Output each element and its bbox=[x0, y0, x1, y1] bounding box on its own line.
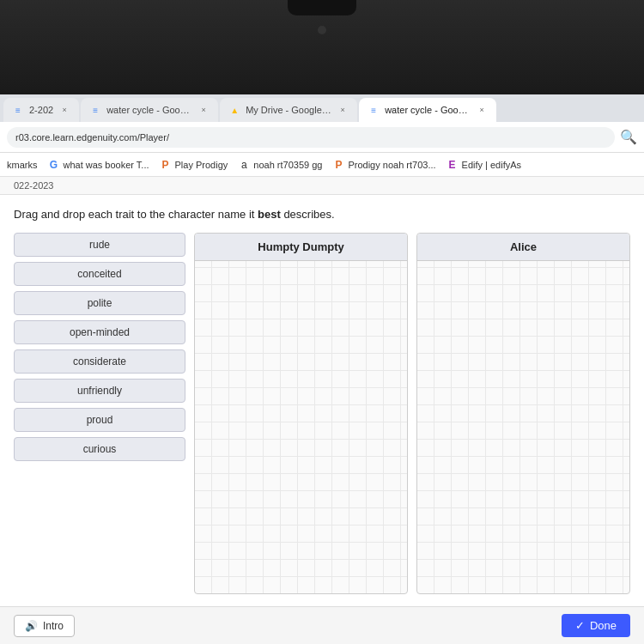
address-bar-row: 🔍 bbox=[0, 122, 644, 153]
bookmark-4[interactable]: P Prodigy noah rt703... bbox=[332, 159, 435, 171]
camera-bump bbox=[288, 0, 356, 15]
intro-button[interactable]: 🔊 Intro bbox=[14, 615, 75, 637]
trait-unfriendly[interactable]: unfriendly bbox=[14, 379, 185, 403]
bookmark-3-icon: a bbox=[238, 159, 250, 171]
bookmark-4-icon: P bbox=[332, 159, 344, 171]
search-icon[interactable]: 🔍 bbox=[620, 129, 637, 146]
instructions: Drag and drop each trait to the characte… bbox=[14, 207, 630, 222]
drop-zone-humpty[interactable]: Humpty Dumpty bbox=[194, 233, 408, 594]
camera-dot bbox=[318, 26, 326, 34]
tab-4-label: water cycle - Google Docs bbox=[385, 105, 471, 115]
trait-proud[interactable]: proud bbox=[14, 408, 185, 432]
tab-4-icon: ≡ bbox=[368, 104, 380, 116]
hardware-bar bbox=[0, 0, 644, 94]
browser-window: ≡ 2-202 × ≡ water cycle - Google Docs × … bbox=[0, 94, 644, 644]
intro-icon: 🔊 bbox=[25, 620, 38, 632]
tab-2-label: water cycle - Google Docs bbox=[106, 105, 192, 115]
tab-1-close[interactable]: × bbox=[58, 104, 70, 116]
instructions-text: Drag and drop each trait to the characte… bbox=[14, 208, 254, 221]
trait-open-minded[interactable]: open-minded bbox=[14, 320, 185, 344]
trait-conceited[interactable]: conceited bbox=[14, 262, 185, 286]
bookmark-2-icon: P bbox=[160, 159, 172, 171]
tab-bar: ≡ 2-202 × ≡ water cycle - Google Docs × … bbox=[0, 94, 644, 122]
drop-zone-alice[interactable]: Alice bbox=[416, 233, 630, 594]
humpty-dumpty-header: Humpty Dumpty bbox=[195, 234, 407, 261]
tab-3[interactable]: ▲ My Drive - Google Drive × bbox=[220, 98, 357, 122]
done-label: Done bbox=[590, 619, 617, 632]
trait-polite[interactable]: polite bbox=[14, 291, 185, 315]
drag-drop-container: rude conceited polite open-minded consid… bbox=[14, 233, 630, 594]
tab-4-close[interactable]: × bbox=[476, 104, 488, 116]
bookmark-2-label: Play Prodigy bbox=[175, 160, 228, 170]
tab-2-close[interactable]: × bbox=[197, 104, 210, 116]
year-label: 022-2023 bbox=[0, 177, 644, 195]
tab-1-label: 2-202 bbox=[29, 105, 53, 115]
tab-2-icon: ≡ bbox=[89, 104, 101, 116]
intro-label: Intro bbox=[43, 620, 64, 632]
alice-drop-area[interactable] bbox=[417, 261, 629, 593]
bookmark-4-label: Prodigy noah rt703... bbox=[348, 160, 435, 170]
bookmark-3[interactable]: a noah rt70359 gg bbox=[238, 159, 322, 171]
instructions-bold: best bbox=[258, 208, 281, 221]
page-content: 022-2023 Drag and drop each trait to the… bbox=[0, 177, 644, 644]
trait-considerate[interactable]: considerate bbox=[14, 349, 185, 374]
address-input[interactable] bbox=[7, 127, 615, 148]
tab-1[interactable]: ≡ 2-202 × bbox=[3, 98, 79, 122]
bookmark-3-label: noah rt70359 gg bbox=[253, 160, 322, 170]
bookmark-5[interactable]: E Edify | edifyAs bbox=[447, 159, 522, 171]
bookmarks-label: kmarks bbox=[7, 160, 37, 170]
tab-3-icon: ▲ bbox=[228, 104, 240, 116]
tab-2[interactable]: ≡ water cycle - Google Docs × bbox=[81, 98, 218, 122]
traits-column: rude conceited polite open-minded consid… bbox=[14, 233, 185, 594]
bookmarks-bar: kmarks G what was booker T... P Play Pro… bbox=[0, 153, 644, 177]
bookmark-2[interactable]: P Play Prodigy bbox=[160, 159, 228, 171]
bookmark-1-label: what was booker T... bbox=[63, 160, 149, 170]
tab-3-close[interactable]: × bbox=[337, 104, 349, 116]
done-check-icon: ✓ bbox=[575, 619, 585, 632]
bottom-bar: 🔊 Intro ✓ Done bbox=[0, 606, 644, 644]
bookmark-5-icon: E bbox=[447, 159, 459, 171]
tab-4[interactable]: ≡ water cycle - Google Docs × bbox=[359, 98, 496, 122]
drop-zones: Humpty Dumpty Alice bbox=[194, 233, 630, 594]
alice-header: Alice bbox=[417, 234, 629, 261]
activity-area: Drag and drop each trait to the characte… bbox=[0, 195, 644, 606]
trait-curious[interactable]: curious bbox=[14, 437, 185, 461]
humpty-dumpty-drop-area[interactable] bbox=[195, 261, 407, 593]
bookmark-1[interactable]: G what was booker T... bbox=[47, 159, 149, 171]
tab-3-label: My Drive - Google Drive bbox=[246, 105, 331, 115]
bookmark-1-icon: G bbox=[47, 159, 59, 171]
tab-1-icon: ≡ bbox=[12, 104, 24, 116]
bookmark-5-label: Edify | edifyAs bbox=[462, 160, 522, 170]
trait-rude[interactable]: rude bbox=[14, 233, 185, 257]
instructions-end: describes. bbox=[283, 208, 334, 221]
done-button[interactable]: ✓ Done bbox=[562, 614, 630, 637]
